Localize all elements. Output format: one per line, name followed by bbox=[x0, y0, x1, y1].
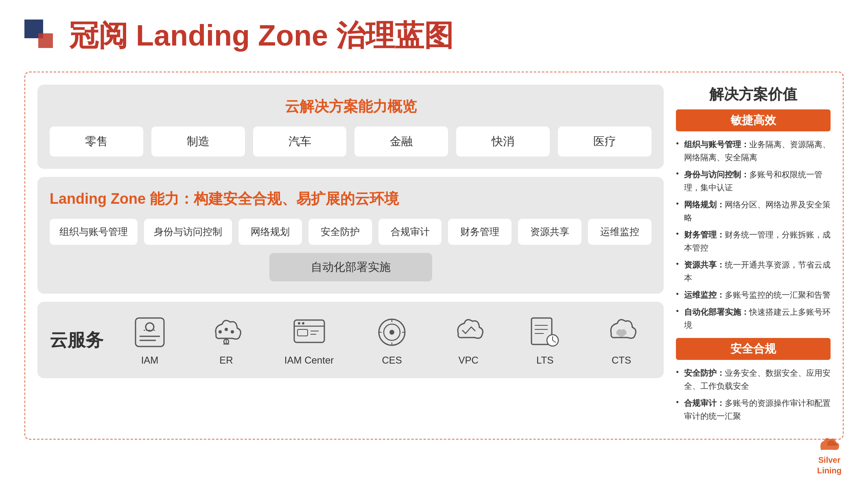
cloud-solutions-panel: 云解决方案能力概览 零售 制造 汽车 金融 快消 医疗 bbox=[37, 85, 664, 169]
svg-point-22 bbox=[389, 330, 394, 335]
logo-icon bbox=[24, 20, 57, 52]
item1-4: 资源共享：统一开通共享资源，节省云成本 bbox=[676, 258, 831, 284]
service-iam-center: IAM Center bbox=[284, 314, 334, 366]
item2-0: 安全防护：业务安全、数据安全、应用安全、工作负载安全 bbox=[676, 366, 831, 392]
iam-label: IAM bbox=[141, 355, 159, 366]
item1-5-text: 多账号监控的统一汇聚和告警 bbox=[725, 290, 831, 299]
cap-4: 合规审计 bbox=[378, 219, 442, 245]
cts-label: CTS bbox=[612, 355, 631, 366]
page-container: 冠阅 Landing Zone 治理蓝图 云解决方案能力概览 零售 制造 汽车 … bbox=[0, 0, 868, 488]
service-lts: LTS bbox=[527, 314, 563, 366]
item1-3-strong: 财务管理： bbox=[684, 230, 725, 239]
svg-point-10 bbox=[219, 330, 222, 333]
ces-icon bbox=[374, 314, 410, 351]
er-icon bbox=[208, 314, 245, 351]
services-grid: IAM ER bbox=[120, 314, 652, 366]
auto-deploy-row: 自动化部署实施 bbox=[50, 253, 652, 281]
cap-1: 身份与访问控制 bbox=[144, 219, 232, 245]
cap-2: 网络规划 bbox=[238, 219, 302, 245]
item2-1: 合规审计：多账号的资源操作审计和配置审计的统一汇聚 bbox=[676, 396, 831, 423]
iam-icon bbox=[131, 314, 168, 351]
cloud-services-panel: 云服务 IAM bbox=[37, 302, 664, 378]
industry-tag-4: 快消 bbox=[456, 126, 550, 157]
industry-tag-2: 汽车 bbox=[253, 126, 347, 157]
items2-list: 安全防护：业务安全、数据安全、应用安全、工作负载安全 合规审计：多账号的资源操作… bbox=[676, 366, 831, 423]
item2-0-strong: 安全防护： bbox=[684, 368, 725, 377]
service-iam: IAM bbox=[131, 314, 168, 366]
service-cts: CTS bbox=[603, 314, 640, 366]
svg-point-19 bbox=[302, 322, 304, 325]
lz-title-prefix: Landing Zone 能力： bbox=[50, 190, 194, 207]
industry-tag-5: 医疗 bbox=[558, 126, 652, 157]
items1-list: 组织与账号管理：业务隔离、资源隔离、网络隔离、安全隔离 身份与访问控制：多账号和… bbox=[676, 138, 831, 331]
svg-point-11 bbox=[225, 328, 228, 331]
lts-icon bbox=[527, 314, 563, 351]
industry-tag-0: 零售 bbox=[50, 126, 143, 157]
auto-deploy-tag: 自动化部署实施 bbox=[269, 253, 432, 281]
service-er: ER bbox=[208, 314, 245, 366]
cloud-services-title: 云服务 bbox=[50, 328, 103, 352]
ces-label: CES bbox=[382, 355, 402, 366]
service-vpc: VPC bbox=[450, 314, 487, 366]
item1-5: 运维监控：多账号监控的统一汇聚和告警 bbox=[676, 288, 831, 301]
lz-title-highlight: 构建安全合规、易扩展的云环境 bbox=[194, 190, 399, 207]
item1-0-strong: 组织与账号管理： bbox=[684, 140, 749, 149]
main-layout: 云解决方案能力概览 零售 制造 汽车 金融 快消 医疗 Landing Zone… bbox=[24, 72, 844, 440]
item1-5-strong: 运维监控： bbox=[684, 290, 725, 299]
iam-center-icon bbox=[291, 314, 328, 351]
item1-1-strong: 身份与访问控制： bbox=[684, 170, 749, 179]
header: 冠阅 Landing Zone 治理蓝图 bbox=[24, 16, 844, 55]
item1-2: 网络规划：网络分区、网络边界及安全策略 bbox=[676, 198, 831, 224]
er-label: ER bbox=[219, 355, 233, 366]
left-content: 云解决方案能力概览 零售 制造 汽车 金融 快消 医疗 Landing Zone… bbox=[37, 85, 664, 427]
service-ces: CES bbox=[374, 314, 410, 366]
cloud-solutions-title: 云解决方案能力概览 bbox=[50, 97, 652, 117]
vpc-label: VPC bbox=[458, 355, 478, 366]
item1-0: 组织与账号管理：业务隔离、资源隔离、网络隔离、安全隔离 bbox=[676, 138, 831, 164]
solution-value-section: 解决方案价值 敏捷高效 组织与账号管理：业务隔离、资源隔离、网络隔离、安全隔离 … bbox=[676, 85, 831, 427]
badge-agile: 敏捷高效 bbox=[676, 109, 831, 131]
cap-5: 财务管理 bbox=[448, 219, 512, 245]
iam-center-label: IAM Center bbox=[284, 355, 334, 366]
industry-tag-3: 金融 bbox=[354, 126, 448, 157]
svg-rect-15 bbox=[297, 329, 308, 336]
item1-6: 自动化部署实施：快速搭建云上多账号环境 bbox=[676, 305, 831, 331]
silver-lining-text: SilverLining bbox=[817, 455, 842, 476]
item1-2-strong: 网络规划： bbox=[684, 200, 725, 209]
silver-lining-branding: SilverLining bbox=[815, 434, 844, 476]
svg-point-18 bbox=[298, 322, 300, 325]
item2-1-strong: 合规审计： bbox=[684, 399, 725, 407]
cap-6: 资源共享 bbox=[518, 219, 582, 245]
right-panel: 解决方案价值 敏捷高效 组织与账号管理：业务隔离、资源隔离、网络隔离、安全隔离 … bbox=[676, 85, 831, 427]
cap-3: 安全防护 bbox=[308, 219, 372, 245]
solution-value-title: 解决方案价值 bbox=[676, 85, 831, 105]
industry-grid: 零售 制造 汽车 金融 快消 医疗 bbox=[50, 126, 652, 157]
lz-title: Landing Zone 能力：构建安全合规、易扩展的云环境 bbox=[50, 189, 652, 209]
svg-rect-1 bbox=[38, 33, 53, 48]
landing-zone-panel: Landing Zone 能力：构建安全合规、易扩展的云环境 组织与账号管理 身… bbox=[37, 177, 664, 294]
svg-point-12 bbox=[231, 330, 234, 333]
silver-lining-cloud-icon bbox=[815, 434, 844, 455]
item1-6-strong: 自动化部署实施： bbox=[684, 307, 749, 316]
industry-tag-1: 制造 bbox=[151, 126, 245, 157]
vpc-icon bbox=[450, 314, 487, 351]
cts-icon bbox=[603, 314, 640, 351]
item1-4-strong: 资源共享： bbox=[684, 260, 725, 269]
lts-label: LTS bbox=[536, 355, 553, 366]
page-title: 冠阅 Landing Zone 治理蓝图 bbox=[69, 16, 453, 55]
item1-1: 身份与访问控制：多账号和权限统一管理，集中认证 bbox=[676, 168, 831, 194]
cap-0: 组织与账号管理 bbox=[50, 219, 138, 245]
badge-security: 安全合规 bbox=[676, 338, 831, 360]
item1-3: 财务管理：财务统一管理，分账拆账，成本管控 bbox=[676, 228, 831, 254]
cap-7: 运维监控 bbox=[588, 219, 652, 245]
capability-grid: 组织与账号管理 身份与访问控制 网络规划 安全防护 合规审计 财务管理 资源共享… bbox=[50, 219, 652, 245]
